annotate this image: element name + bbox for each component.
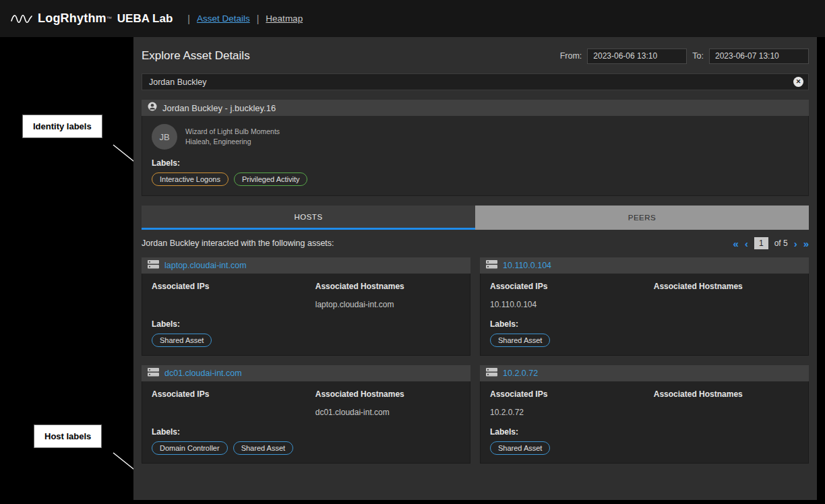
asset-cards-grid: laptop.cloudai-int.com Associated IPs As… bbox=[142, 257, 809, 464]
next-page-icon[interactable]: › bbox=[794, 239, 797, 249]
server-icon bbox=[148, 367, 159, 379]
avatar: JB bbox=[152, 124, 177, 150]
content-panel: Explore Asset Details From: To: ✕ bbox=[133, 37, 817, 500]
tabs: HOSTS PEERS bbox=[142, 206, 809, 230]
to-label: To: bbox=[692, 51, 704, 61]
label-badge-shared-asset: Shared Asset bbox=[490, 441, 550, 455]
page-count-label: of 5 bbox=[774, 239, 788, 248]
identity-labels-heading: Labels: bbox=[152, 158, 799, 168]
nav-link-heatmap[interactable]: Heatmap bbox=[266, 13, 303, 24]
identity-role: Wizard of Light Bulb Moments bbox=[185, 127, 280, 137]
asset-card: 10.2.0.72 Associated IPs 10.2.0.72 Assoc… bbox=[480, 365, 809, 464]
search-row: ✕ bbox=[142, 73, 809, 90]
asset-name-link[interactable]: dc01.cloudai-int.com bbox=[164, 369, 242, 378]
previous-page-icon[interactable]: ‹ bbox=[745, 239, 748, 249]
asset-labels-row: Shared Asset bbox=[152, 334, 460, 347]
asset-labels-heading: Labels: bbox=[152, 319, 460, 329]
nav-separator: | bbox=[257, 13, 259, 24]
asset-labels-row: Shared Asset bbox=[490, 334, 799, 347]
tab-peers[interactable]: PEERS bbox=[475, 206, 809, 230]
asset-labels-heading: Labels: bbox=[490, 427, 799, 437]
identity-meta: Wizard of Light Bulb Moments Hialeah, En… bbox=[185, 127, 280, 147]
asset-labels-row: Domain Controller Shared Asset bbox=[152, 441, 460, 455]
asset-columns: Associated IPs Associated Hostnames dc01… bbox=[152, 389, 460, 417]
asset-labels-row: Shared Asset bbox=[490, 441, 799, 455]
asset-card: 10.110.0.104 Associated IPs 10.110.0.104… bbox=[480, 257, 809, 356]
associated-hostnames-header: Associated Hostnames bbox=[654, 282, 799, 291]
identity-avatar-row: JB Wizard of Light Bulb Moments Hialeah,… bbox=[152, 124, 799, 150]
identity-location: Hialeah, Engineering bbox=[185, 137, 280, 147]
associated-ips-header: Associated IPs bbox=[490, 282, 654, 291]
associated-hostnames-column: Associated Hostnames bbox=[654, 282, 799, 309]
first-page-icon[interactable]: « bbox=[733, 239, 739, 249]
server-icon bbox=[486, 367, 497, 379]
nav-link-asset-details[interactable]: Asset Details bbox=[197, 13, 250, 24]
associated-hostnames-header: Associated Hostnames bbox=[654, 389, 799, 399]
assets-bar: Jordan Buckley interacted with the follo… bbox=[142, 236, 809, 251]
asset-columns: Associated IPs 10.110.0.104 Associated H… bbox=[490, 282, 799, 309]
current-page-box[interactable]: 1 bbox=[754, 237, 768, 249]
asset-card-header: laptop.cloudai-int.com bbox=[142, 257, 470, 274]
page-title: Explore Asset Details bbox=[142, 49, 250, 63]
from-label: From: bbox=[560, 51, 582, 61]
associated-hostnames-header: Associated Hostnames bbox=[315, 389, 460, 399]
asset-labels-section: Labels: Shared Asset bbox=[152, 313, 460, 347]
tab-hosts[interactable]: HOSTS bbox=[142, 206, 475, 230]
asset-labels-section: Labels: Domain Controller Shared Asset bbox=[152, 420, 460, 455]
asset-card-body: Associated IPs 10.2.0.72 Associated Host… bbox=[480, 381, 809, 464]
associated-ips-header: Associated IPs bbox=[490, 389, 654, 399]
associated-ips-column: Associated IPs bbox=[152, 389, 315, 417]
clear-search-icon[interactable]: ✕ bbox=[793, 77, 803, 87]
main-stage: Identity labels Host labels Explore Asse… bbox=[0, 37, 825, 504]
label-badge-domain-controller: Domain Controller bbox=[152, 441, 228, 455]
server-icon bbox=[486, 259, 497, 272]
last-page-icon[interactable]: » bbox=[803, 239, 809, 249]
nav-separator: | bbox=[187, 13, 190, 24]
to-date-input[interactable] bbox=[709, 49, 809, 64]
asset-columns: Associated IPs 10.2.0.72 Associated Host… bbox=[490, 389, 799, 417]
ip-value: 10.2.0.72 bbox=[490, 408, 654, 417]
label-badge-interactive-logons: Interactive Logons bbox=[152, 172, 228, 186]
associated-ips-column: Associated IPs 10.110.0.104 bbox=[490, 282, 654, 309]
server-icon bbox=[148, 259, 159, 272]
identity-labels-callout: Identity labels bbox=[22, 115, 102, 138]
identity-card-header: Jordan Buckley - j.buckley.16 bbox=[142, 100, 809, 116]
from-date-input[interactable] bbox=[587, 49, 687, 64]
associated-hostnames-column: Associated Hostnames laptop.cloudai-int.… bbox=[315, 282, 460, 309]
app-name: UEBA Lab bbox=[117, 12, 173, 26]
asset-labels-section: Labels: Shared Asset bbox=[490, 420, 799, 455]
date-range: From: To: bbox=[560, 49, 809, 64]
identity-title: Jordan Buckley - j.buckley.16 bbox=[162, 103, 276, 113]
asset-name-link[interactable]: laptop.cloudai-int.com bbox=[164, 261, 247, 270]
label-badge-shared-asset: Shared Asset bbox=[152, 334, 212, 347]
asset-columns: Associated IPs Associated Hostnames lapt… bbox=[152, 282, 460, 309]
asset-name-link[interactable]: 10.110.0.104 bbox=[503, 261, 551, 270]
top-navigation-bar: LogRhythm ™ UEBA Lab | Asset Details | H… bbox=[0, 0, 825, 37]
label-badge-shared-asset: Shared Asset bbox=[233, 441, 293, 455]
brand-name: LogRhythm bbox=[38, 11, 106, 26]
label-badge-shared-asset: Shared Asset bbox=[490, 334, 550, 347]
asset-card: laptop.cloudai-int.com Associated IPs As… bbox=[142, 257, 470, 356]
host-labels-callout: Host labels bbox=[34, 424, 102, 448]
asset-card: dc01.cloudai-int.com Associated IPs Asso… bbox=[142, 365, 470, 464]
asset-name-link[interactable]: 10.2.0.72 bbox=[503, 369, 538, 378]
associated-ips-header: Associated IPs bbox=[152, 282, 315, 291]
associated-ips-column: Associated IPs bbox=[152, 282, 315, 309]
asset-labels-heading: Labels: bbox=[152, 427, 460, 437]
pagination: « ‹ 1 of 5 › » bbox=[733, 237, 809, 249]
hostname-value: laptop.cloudai-int.com bbox=[315, 300, 460, 309]
page: LogRhythm ™ UEBA Lab | Asset Details | H… bbox=[0, 0, 825, 504]
identity-card-body: JB Wizard of Light Bulb Moments Hialeah,… bbox=[142, 116, 809, 196]
asset-card-body: Associated IPs Associated Hostnames dc01… bbox=[142, 381, 470, 464]
asset-labels-section: Labels: Shared Asset bbox=[490, 313, 799, 347]
identity-card: Jordan Buckley - j.buckley.16 JB Wizard … bbox=[142, 100, 809, 196]
person-icon bbox=[148, 102, 157, 114]
label-badge-privileged-activity: Privileged Activity bbox=[234, 172, 308, 186]
asset-card-header: 10.110.0.104 bbox=[480, 257, 809, 274]
logrhythm-logo-icon bbox=[11, 11, 32, 26]
associated-hostnames-column: Associated Hostnames dc01.cloudai-int.co… bbox=[315, 389, 460, 417]
asset-card-body: Associated IPs 10.110.0.104 Associated H… bbox=[480, 274, 809, 356]
search-input[interactable] bbox=[142, 73, 809, 90]
associated-ips-header: Associated IPs bbox=[152, 389, 315, 399]
asset-card-header: 10.2.0.72 bbox=[480, 365, 809, 381]
